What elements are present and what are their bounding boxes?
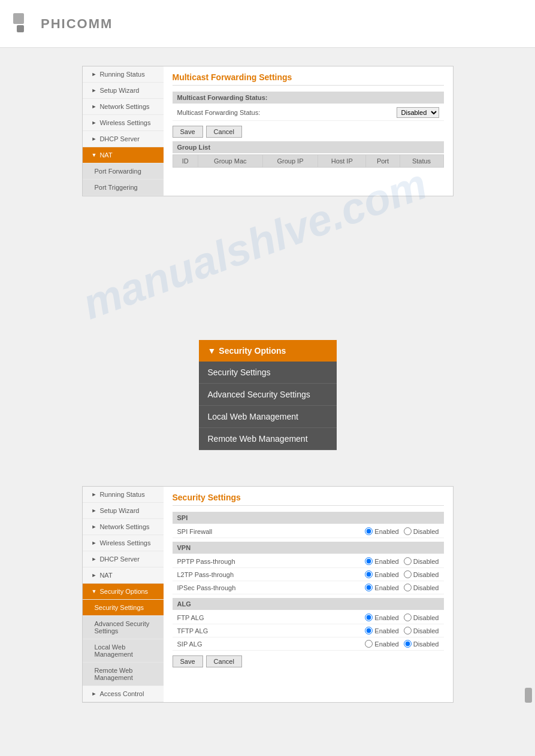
sidebar3-dhcp-server[interactable]: ► DHCP Server: [83, 551, 164, 567]
arrow-icon: ►: [92, 104, 97, 110]
tftp-alg-radio: Enabled Disabled: [365, 627, 439, 634]
l2tp-label: L2TP Pass-through: [177, 571, 365, 578]
sidebar-item-port-forwarding[interactable]: Port Forwarding: [83, 163, 164, 180]
arrow-icon: ►: [92, 508, 97, 514]
arrow-icon: ▼: [92, 152, 97, 158]
sidebar3-advanced-security[interactable]: Advanced Security Settings: [83, 616, 164, 639]
spi-enabled-radio[interactable]: Enabled: [365, 527, 398, 535]
group-list-header: Group List: [173, 141, 444, 153]
scroll-indicator: [525, 688, 532, 703]
ftp-alg-disabled-radio[interactable]: Disabled: [404, 614, 439, 621]
ftp-alg-radio: Enabled Disabled: [365, 614, 439, 621]
cancel-button-3[interactable]: Cancel: [206, 655, 242, 667]
arrow-icon: ►: [92, 524, 97, 530]
ipsec-disabled-radio[interactable]: Disabled: [404, 584, 439, 591]
ipsec-enabled-radio[interactable]: Enabled: [365, 584, 398, 591]
sidebar3-nat[interactable]: ► NAT: [83, 567, 164, 584]
pptp-disabled-radio[interactable]: Disabled: [404, 557, 439, 565]
sidebar-panel1: ► Running Status ► Setup Wizard ► Networ…: [83, 66, 164, 196]
logo-icon: [12, 12, 36, 36]
btn-row-3: Save Cancel: [173, 655, 444, 667]
spi-firewall-row: SPI Firewall Enabled Disabled: [173, 525, 444, 538]
sidebar-item-setup-wizard[interactable]: ► Setup Wizard: [83, 83, 164, 99]
l2tp-disabled-radio[interactable]: Disabled: [404, 570, 439, 578]
security-menu-item-settings[interactable]: Security Settings: [199, 362, 337, 384]
pptp-radio: Enabled Disabled: [365, 557, 439, 565]
sidebar3-security-options[interactable]: ▼ Security Options: [83, 584, 164, 600]
arrow-icon: ►: [92, 120, 97, 126]
tftp-alg-disabled-radio[interactable]: Disabled: [404, 627, 439, 634]
sidebar3-wireless-settings[interactable]: ► Wireless Settings: [83, 535, 164, 551]
group-list-table: ID Group Mac Group IP Host IP Port Statu…: [173, 154, 444, 168]
save-button-1[interactable]: Save: [173, 126, 203, 138]
l2tp-row: L2TP Pass-through Enabled Disabled: [173, 568, 444, 581]
panel1-title: Multicast Forwarding Settings: [173, 72, 444, 86]
arrow-icon: ►: [92, 87, 97, 93]
sidebar3-security-settings[interactable]: Security Settings: [83, 600, 164, 616]
arrow-icon: ▼: [92, 588, 97, 594]
cancel-button-1[interactable]: Cancel: [206, 126, 242, 138]
arrow-icon: ►: [92, 691, 97, 697]
pptp-enabled-radio[interactable]: Enabled: [365, 557, 398, 565]
col-header-status: Status: [400, 155, 443, 168]
logo-text: PHICOMM: [41, 16, 113, 32]
spi-firewall-radio: Enabled Disabled: [365, 527, 439, 535]
panel-security: ► Running Status ► Setup Wizard ► Networ…: [82, 486, 454, 703]
sidebar3-remote-web[interactable]: Remote Web Management: [83, 663, 164, 686]
spacer2: [24, 462, 511, 474]
ipsec-row: IPSec Pass-through Enabled Disabled: [173, 581, 444, 594]
sidebar-item-dhcp-server[interactable]: ► DHCP Server: [83, 131, 164, 147]
sip-alg-disabled-radio[interactable]: Disabled: [404, 640, 439, 648]
arrow-icon: ►: [92, 136, 97, 142]
logo-container: PHICOMM: [12, 12, 113, 36]
header: PHICOMM: [0, 0, 535, 48]
sidebar3-setup-wizard[interactable]: ► Setup Wizard: [83, 503, 164, 519]
sidebar3-local-web[interactable]: Local Web Management: [83, 639, 164, 663]
save-button-3[interactable]: Save: [173, 655, 203, 667]
l2tp-enabled-radio[interactable]: Enabled: [365, 570, 398, 578]
alg-section-header: ALG: [173, 598, 444, 610]
content-panel3: Security Settings SPI SPI Firewall Enabl…: [164, 487, 453, 702]
tftp-alg-enabled-radio[interactable]: Enabled: [365, 627, 398, 634]
arrow-icon: ►: [92, 556, 97, 562]
svg-rect-1: [17, 25, 24, 32]
security-menu-item-advanced[interactable]: Advanced Security Settings: [199, 384, 337, 406]
panel3-title: Security Settings: [173, 493, 444, 506]
spi-firewall-label: SPI Firewall: [177, 528, 365, 535]
multicast-status-select[interactable]: Disabled Enabled: [397, 107, 439, 118]
sidebar3-access-control[interactable]: ► Access Control: [83, 686, 164, 702]
sidebar-item-running-status[interactable]: ► Running Status: [83, 66, 164, 83]
section-header-multicast-status: Multicast Forwarding Status:: [173, 92, 444, 104]
sidebar3-running-status[interactable]: ► Running Status: [83, 487, 164, 503]
spi-disabled-radio[interactable]: Disabled: [404, 527, 439, 535]
sidebar-item-port-triggering[interactable]: Port Triggering: [83, 180, 164, 196]
arrow-icon: ►: [92, 540, 97, 546]
security-menu-item-remote-web[interactable]: Remote Web Management: [199, 428, 337, 450]
sip-alg-row: SIP ALG Enabled Disabled: [173, 637, 444, 651]
security-menu-title: ▼ Security Options: [199, 340, 337, 362]
content-panel1: Multicast Forwarding Settings Multicast …: [164, 66, 453, 196]
sidebar-item-network-settings[interactable]: ► Network Settings: [83, 99, 164, 115]
ipsec-radio: Enabled Disabled: [365, 584, 439, 591]
ftp-alg-enabled-radio[interactable]: Enabled: [365, 614, 398, 621]
panel-multicast: ► Running Status ► Setup Wizard ► Networ…: [82, 66, 454, 196]
security-menu-item-local-web[interactable]: Local Web Management: [199, 406, 337, 428]
sip-alg-radio: Enabled Disabled: [365, 640, 439, 648]
sip-alg-label: SIP ALG: [177, 640, 365, 648]
ftp-alg-row: FTP ALG Enabled Disabled: [173, 611, 444, 624]
arrow-icon: ►: [92, 491, 97, 497]
vpn-section-header: VPN: [173, 542, 444, 554]
col-header-port: Port: [366, 155, 400, 168]
col-header-host-ip: Host IP: [318, 155, 366, 168]
tftp-alg-row: TFTP ALG Enabled Disabled: [173, 624, 444, 637]
col-header-group-ip: Group IP: [262, 155, 318, 168]
sidebar-panel3: ► Running Status ► Setup Wizard ► Networ…: [83, 487, 164, 702]
sidebar-item-wireless-settings[interactable]: ► Wireless Settings: [83, 115, 164, 131]
tftp-alg-label: TFTP ALG: [177, 627, 365, 634]
ftp-alg-label: FTP ALG: [177, 614, 365, 621]
sidebar3-network-settings[interactable]: ► Network Settings: [83, 519, 164, 535]
sip-alg-enabled-radio[interactable]: Enabled: [365, 640, 398, 648]
btn-row-1: Save Cancel: [173, 126, 444, 138]
spi-section-header: SPI: [173, 512, 444, 524]
sidebar-item-nat[interactable]: ▼ NAT: [83, 147, 164, 163]
